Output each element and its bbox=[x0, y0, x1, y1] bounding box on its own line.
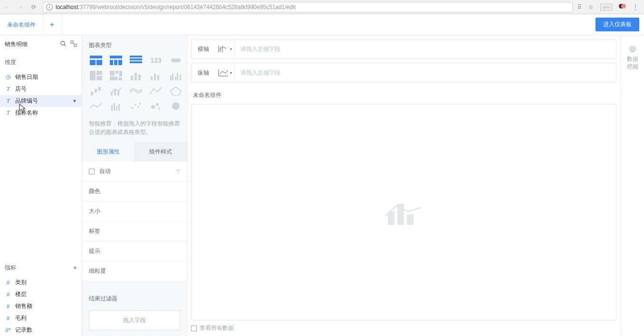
chart-type-histogram[interactable] bbox=[109, 101, 123, 111]
tab-widget-style[interactable]: 组件样式 bbox=[135, 142, 187, 162]
metric-sales[interactable]: #销售额 bbox=[0, 300, 82, 312]
data-mining-sidebar[interactable]: ◎ 数据 挖掘 bbox=[620, 35, 644, 336]
svg-rect-41 bbox=[114, 90, 116, 96]
prop-label[interactable]: 标签 bbox=[82, 221, 187, 241]
number-type-icon: #* bbox=[5, 327, 11, 334]
chart-type-bar[interactable] bbox=[149, 71, 163, 80]
svg-rect-8 bbox=[90, 60, 96, 65]
chart-type-grid: 123 bbox=[82, 56, 187, 115]
chevron-down-icon[interactable]: ▼ bbox=[72, 98, 77, 104]
chart-type-gauge[interactable] bbox=[169, 56, 183, 65]
tab-widget[interactable]: 未命名组件 bbox=[0, 14, 43, 35]
chart-type-table-group[interactable] bbox=[89, 56, 103, 65]
add-tab-button[interactable]: + bbox=[43, 14, 62, 35]
prop-size[interactable]: 大小 bbox=[82, 202, 187, 221]
result-filter-title: 结果过滤器 bbox=[82, 290, 187, 307]
back-icon[interactable]: ← bbox=[3, 4, 11, 10]
enter-dashboard-button[interactable]: 进入仪表板 bbox=[596, 18, 639, 31]
chart-type-line[interactable] bbox=[89, 101, 103, 111]
data-source-name: 销售明细 bbox=[5, 40, 56, 48]
chart-type-combo[interactable] bbox=[109, 86, 123, 96]
y-axis-shelf[interactable]: 纵轴 ▾ 请拖入左侧字段 bbox=[191, 63, 616, 83]
prop-mark-type[interactable]: 自动▽ bbox=[82, 162, 187, 182]
chart-type-stacked-bar[interactable] bbox=[129, 71, 143, 80]
svg-point-48 bbox=[131, 107, 133, 109]
svg-rect-29 bbox=[151, 77, 153, 80]
svg-point-2 bbox=[61, 41, 65, 45]
browser-right-icons: ⠿ ☆ omv ⋮ bbox=[577, 3, 641, 11]
show-all-checkbox[interactable] bbox=[191, 326, 197, 331]
svg-point-51 bbox=[139, 103, 141, 105]
link-icon[interactable] bbox=[70, 40, 77, 48]
svg-rect-27 bbox=[135, 73, 137, 80]
svg-line-6 bbox=[73, 43, 74, 44]
translate-icon[interactable]: ⠿ bbox=[577, 4, 582, 10]
dim-sale-date[interactable]: ◷销售日期 bbox=[0, 71, 82, 83]
prop-color[interactable]: 颜色 bbox=[82, 182, 187, 202]
prop-tooltip[interactable]: 提示 bbox=[82, 241, 187, 261]
canvas-area: 横轴 ▾ 请拖入左侧字段 纵轴 ▾ 请拖入左侧字段 未命名组件 查看所有数据 ◎ bbox=[187, 35, 644, 336]
svg-rect-37 bbox=[91, 92, 93, 96]
dim-metric-name[interactable]: T指标名称 bbox=[0, 107, 82, 119]
prop-granularity[interactable]: 细粒度 bbox=[82, 261, 187, 281]
bookmark-icon[interactable]: ☆ bbox=[588, 4, 594, 10]
text-type-icon: T bbox=[5, 86, 11, 93]
x-axis-label: 横轴 bbox=[192, 45, 215, 53]
chart-type-grouped-bar[interactable] bbox=[169, 71, 183, 80]
svg-rect-16 bbox=[130, 61, 142, 63]
svg-rect-10 bbox=[110, 56, 122, 58]
metric-profit[interactable]: #毛利 bbox=[0, 312, 82, 324]
chart-type-table-cross[interactable] bbox=[109, 56, 123, 65]
chart-type-bubble[interactable] bbox=[149, 101, 163, 111]
chart-type-radar[interactable] bbox=[169, 86, 183, 96]
forward-icon[interactable]: → bbox=[16, 4, 25, 10]
reload-icon[interactable]: ⟳ bbox=[29, 4, 38, 10]
metric-category[interactable]: #类别 bbox=[0, 277, 82, 288]
svg-rect-15 bbox=[130, 58, 142, 60]
info-icon[interactable]: i bbox=[46, 4, 53, 10]
add-metric-icon[interactable]: + bbox=[73, 264, 77, 271]
menu-icon[interactable]: ⋮ bbox=[633, 4, 638, 10]
svg-rect-26 bbox=[131, 76, 133, 80]
chart-type-partition[interactable] bbox=[89, 71, 103, 80]
svg-line-3 bbox=[64, 45, 66, 46]
ext-icon[interactable]: omv bbox=[600, 4, 612, 10]
text-type-icon: T bbox=[5, 97, 11, 105]
svg-point-54 bbox=[158, 107, 160, 109]
filter-drop-zone[interactable]: 拖入字段 bbox=[89, 310, 180, 330]
y-axis-icon[interactable]: ▾ bbox=[215, 68, 234, 77]
search-icon[interactable] bbox=[60, 40, 67, 48]
x-axis-shelf[interactable]: 横轴 ▾ 请拖入左侧字段 bbox=[191, 39, 616, 59]
dimensions-header: 维度 bbox=[0, 53, 82, 71]
chart-canvas[interactable] bbox=[191, 104, 616, 320]
svg-rect-23 bbox=[119, 71, 122, 77]
svg-rect-31 bbox=[157, 75, 159, 80]
svg-marker-43 bbox=[171, 87, 181, 96]
metric-record-count[interactable]: #*记录数 bbox=[0, 324, 82, 336]
ext2-icon[interactable] bbox=[619, 3, 626, 11]
x-axis-icon[interactable]: ▾ bbox=[215, 45, 234, 53]
dim-brand-code[interactable]: T品牌编号▼ bbox=[0, 95, 82, 107]
number-type-icon: # bbox=[5, 303, 11, 310]
x-axis-drop-hint: 请拖入左侧字段 bbox=[234, 39, 616, 58]
svg-rect-20 bbox=[96, 76, 102, 80]
svg-rect-28 bbox=[138, 75, 141, 80]
chart-type-kpi[interactable]: 123 bbox=[149, 56, 163, 65]
chevron-down-icon[interactable]: ▽ bbox=[176, 169, 180, 174]
svg-rect-13 bbox=[118, 60, 122, 65]
url-bar[interactable]: i localhost:37799/webroot/decision/v5/de… bbox=[43, 2, 573, 12]
y-axis-drop-hint: 请拖入左侧字段 bbox=[234, 63, 616, 82]
chart-type-pie[interactable] bbox=[169, 101, 183, 111]
svg-rect-18 bbox=[90, 71, 96, 80]
tab-graphic-props[interactable]: 图形属性 bbox=[82, 142, 135, 162]
chart-type-waterfall[interactable] bbox=[89, 86, 103, 96]
dim-store[interactable]: T店号 bbox=[0, 83, 82, 95]
metric-floor[interactable]: #楼层 bbox=[0, 288, 82, 300]
chart-type-treemap[interactable] bbox=[109, 71, 123, 80]
svg-point-50 bbox=[137, 106, 139, 108]
url-text: localhost:37799/webroot/decision/v5/desi… bbox=[56, 4, 296, 10]
chart-type-table-detail[interactable] bbox=[129, 56, 143, 65]
chart-type-stream[interactable] bbox=[129, 86, 143, 96]
chart-type-area[interactable] bbox=[149, 86, 163, 96]
chart-type-scatter[interactable] bbox=[129, 101, 143, 111]
